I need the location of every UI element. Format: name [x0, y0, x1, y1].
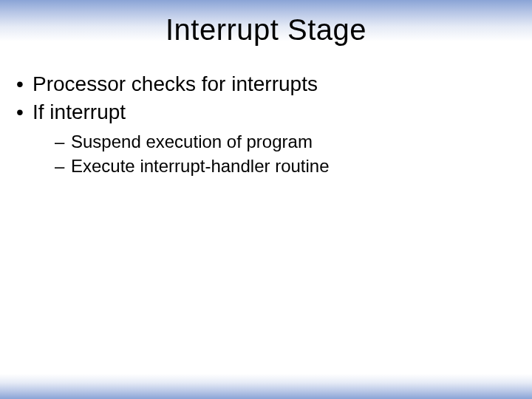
slide-content: Processor checks for interrupts If inter… [12, 71, 520, 180]
sub-bullet-text: Suspend execution of program [71, 132, 313, 151]
sub-bullet-item: Execute interrupt-handler routine [53, 154, 520, 178]
bullet-text: If interrupt [33, 100, 126, 123]
bullet-item: If interrupt Suspend execution of progra… [12, 99, 520, 178]
bullet-item: Processor checks for interrupts [12, 71, 520, 98]
slide-title: Interrupt Stage [0, 13, 532, 47]
sub-bullet-item: Suspend execution of program [53, 130, 520, 154]
bullet-text: Processor checks for interrupts [33, 72, 318, 95]
sub-bullet-text: Execute interrupt-handler routine [71, 156, 330, 176]
bullet-list: Processor checks for interrupts If inter… [12, 71, 520, 178]
bottom-gradient [0, 374, 532, 399]
slide: Interrupt Stage Processor checks for int… [0, 0, 532, 399]
sub-bullet-list: Suspend execution of program Execute int… [33, 130, 520, 178]
